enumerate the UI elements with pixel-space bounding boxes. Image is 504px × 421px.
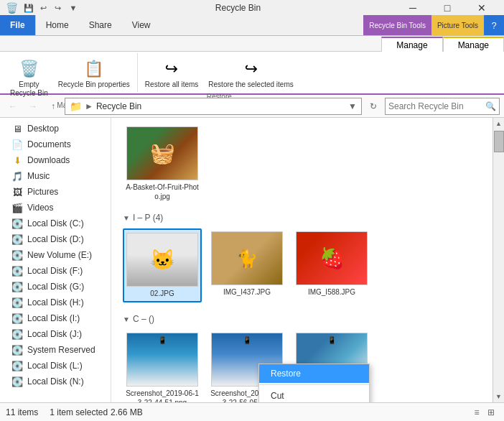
nav-up[interactable]: ↑ bbox=[45, 98, 62, 115]
scroll-up[interactable]: ▲ bbox=[493, 118, 505, 129]
sidebar-item-f[interactable]: 💽 Local Disk (F:) bbox=[0, 263, 111, 279]
tab-view[interactable]: View bbox=[122, 15, 161, 35]
file-item-img1437[interactable]: 🐈 IMG_I437.JPG bbox=[207, 228, 286, 302]
disk-f-icon: 💽 bbox=[11, 265, 23, 277]
section-label-c: C – () bbox=[133, 314, 154, 324]
properties-label: Recycle Bin properties bbox=[58, 80, 130, 89]
search-input[interactable] bbox=[388, 101, 485, 111]
sidebar-label-pictures: Pictures bbox=[27, 187, 58, 197]
sidebar-label-d: Local Disk (D:) bbox=[27, 234, 84, 244]
disk-system-icon: 💽 bbox=[11, 344, 23, 356]
sidebar-item-music[interactable]: 🎵 Music bbox=[0, 168, 111, 184]
view-list-btn[interactable]: ≡ bbox=[470, 405, 484, 420]
sidebar-item-e[interactable]: 💽 New Volume (E:) bbox=[0, 247, 111, 263]
section-label-ip: I – P (4) bbox=[133, 213, 163, 223]
file-name-basket: A-Basket-Of-Fruit-Photo.jpg bbox=[126, 182, 199, 201]
disk-g-icon: 💽 bbox=[11, 281, 23, 292]
quick-access-toolbar: 🗑️ 💾 ↩ ↪ ▼ Recycle Bin ─ □ ✕ bbox=[0, 0, 504, 16]
section-header-ip[interactable]: ▼ I – P (4) bbox=[123, 210, 493, 226]
sidebar-item-c[interactable]: 💽 Local Disk (C:) bbox=[0, 216, 111, 231]
sidebar-item-desktop[interactable]: 🖥 Desktop bbox=[0, 121, 111, 137]
scroll-down[interactable]: ▼ bbox=[493, 391, 505, 402]
empty-bin-icon: 🗑️ bbox=[17, 57, 40, 80]
sidebar-label-e: New Volume (E:) bbox=[27, 250, 92, 260]
file-name-ss1: Screenshot_2019-06-13-22-44-51.png bbox=[126, 389, 199, 402]
app-icon: 🗑️ bbox=[6, 2, 18, 14]
sidebar-label-desktop: Desktop bbox=[27, 124, 59, 134]
nav-back[interactable]: ← bbox=[4, 98, 22, 115]
sidebar-label-j: Local Disk (J:) bbox=[27, 329, 82, 339]
address-dropdown[interactable]: ▼ bbox=[348, 101, 357, 111]
view-grid-btn[interactable]: ⊞ bbox=[484, 405, 498, 420]
disk-d-icon: 💽 bbox=[11, 233, 23, 245]
nav-forward[interactable]: → bbox=[24, 98, 42, 115]
file-item-ss1[interactable]: 📱 Screenshot_2019-06-13-22-44-51.png bbox=[123, 330, 202, 402]
sidebar-item-n[interactable]: 💽 Local Disk (N:) bbox=[0, 374, 111, 389]
search-icon: 🔍 bbox=[485, 101, 496, 111]
restore-all-label: Restore all items bbox=[145, 80, 198, 89]
file-item-img1588[interactable]: 🍓 IMG_I588.JPG bbox=[292, 228, 371, 302]
file-content: 🧺 A-Basket-Of-Fruit-Photo.jpg ▼ I – P (4… bbox=[111, 118, 504, 402]
file-name-img1588: IMG_I588.JPG bbox=[308, 287, 355, 297]
section-arrow-c: ▼ bbox=[123, 315, 130, 323]
sidebar-item-h[interactable]: 💽 Local Disk (H:) bbox=[0, 295, 111, 310]
tab-share[interactable]: Share bbox=[79, 15, 122, 35]
titlebar-title: Recycle Bin bbox=[81, 3, 395, 13]
restore-selected-icon: ↩ bbox=[240, 57, 263, 80]
sidebar-item-documents[interactable]: 📄 Documents bbox=[0, 137, 111, 152]
tab-file[interactable]: File bbox=[0, 15, 35, 35]
ctx-cut[interactable]: Cut bbox=[259, 387, 369, 402]
sidebar-item-i[interactable]: 💽 Local Disk (I:) bbox=[0, 310, 111, 326]
file-row-ip: 🐱 02.JPG 🐈 IMG_I437.JPG 🍓 IMG_I588.JPG bbox=[123, 226, 493, 305]
sidebar-item-downloads[interactable]: ⬇ Downloads bbox=[0, 152, 111, 168]
sidebar-item-j[interactable]: 💽 Local Disk (J:) bbox=[0, 326, 111, 342]
sidebar-item-d[interactable]: 💽 Local Disk (D:) bbox=[0, 231, 111, 247]
ctx-sep-1 bbox=[259, 384, 369, 385]
empty-recycle-bin-button[interactable]: 🗑️ Empty Recycle Bin bbox=[6, 55, 52, 101]
file-thumb-02: 🐱 bbox=[126, 233, 198, 287]
vertical-scrollbar[interactable]: ▲ ▼ bbox=[493, 118, 504, 402]
sidebar-label-h: Local Disk (H:) bbox=[27, 297, 84, 307]
tab-manage-recycle[interactable]: Manage bbox=[381, 37, 442, 52]
ribbon-group-restore: ↩ Restore all items ↩ Restore the select… bbox=[138, 53, 301, 92]
restore-all-items-button[interactable]: ↩ Restore all items bbox=[141, 55, 202, 92]
disk-h-icon: 💽 bbox=[11, 297, 23, 308]
address-folder-icon: 📁 bbox=[70, 101, 82, 112]
selected-count: 1 item selected bbox=[50, 407, 108, 417]
file-item-02[interactable]: 🐱 02.JPG bbox=[123, 228, 202, 302]
videos-icon: 🎬 bbox=[11, 202, 23, 213]
section-header-c[interactable]: ▼ C – () bbox=[123, 311, 493, 327]
qa-undo[interactable]: ↩ bbox=[37, 1, 50, 14]
picture-tools-label: Picture Tools bbox=[437, 22, 478, 29]
sidebar-label-l: Local Disk (L:) bbox=[27, 361, 83, 371]
sidebar-item-system[interactable]: 💽 System Reserved bbox=[0, 342, 111, 358]
sidebar-item-videos[interactable]: 🎬 Videos bbox=[0, 200, 111, 216]
recycle-bin-properties-button[interactable]: 📋 Recycle Bin properties bbox=[54, 55, 134, 101]
scroll-thumb[interactable] bbox=[494, 131, 504, 152]
refresh-button[interactable]: ↻ bbox=[365, 98, 382, 115]
sidebar-label-music: Music bbox=[27, 171, 50, 181]
qa-more[interactable]: ▼ bbox=[67, 1, 80, 14]
sidebar-label-downloads: Downloads bbox=[27, 155, 70, 165]
sidebar-item-pictures[interactable]: 🖼 Pictures bbox=[0, 184, 111, 200]
file-item-basket[interactable]: 🧺 A-Basket-Of-Fruit-Photo.jpg bbox=[123, 124, 202, 204]
address-box[interactable]: 📁 ► Recycle Bin ▼ bbox=[65, 98, 362, 115]
tab-home[interactable]: Home bbox=[35, 15, 79, 35]
recycle-bin-tools-label: Recycle Bin Tools bbox=[369, 22, 426, 29]
address-path: Recycle Bin bbox=[96, 101, 141, 111]
properties-icon: 📋 bbox=[83, 57, 106, 80]
search-box[interactable]: 🔍 bbox=[385, 98, 500, 115]
restore-selected-button[interactable]: ↩ Restore the selected items bbox=[204, 55, 297, 92]
statusbar: 11 items 1 item selected 2.66 MB ≡ ⊞ bbox=[0, 402, 504, 421]
restore-selected-label: Restore the selected items bbox=[208, 80, 293, 89]
sidebar-label-c: Local Disk (C:) bbox=[27, 218, 84, 228]
tab-manage-picture[interactable]: Manage bbox=[443, 37, 504, 52]
sidebar-item-g[interactable]: 💽 Local Disk (G:) bbox=[0, 279, 111, 295]
sidebar-item-l[interactable]: 💽 Local Disk (L:) bbox=[0, 358, 111, 374]
documents-icon: 📄 bbox=[11, 139, 23, 150]
ctx-restore[interactable]: Restore bbox=[259, 364, 369, 383]
qa-save[interactable]: 💾 bbox=[22, 1, 35, 14]
qa-redo[interactable]: ↪ bbox=[51, 1, 64, 14]
help-button[interactable]: ? bbox=[484, 15, 504, 35]
disk-c-icon: 💽 bbox=[11, 218, 23, 229]
